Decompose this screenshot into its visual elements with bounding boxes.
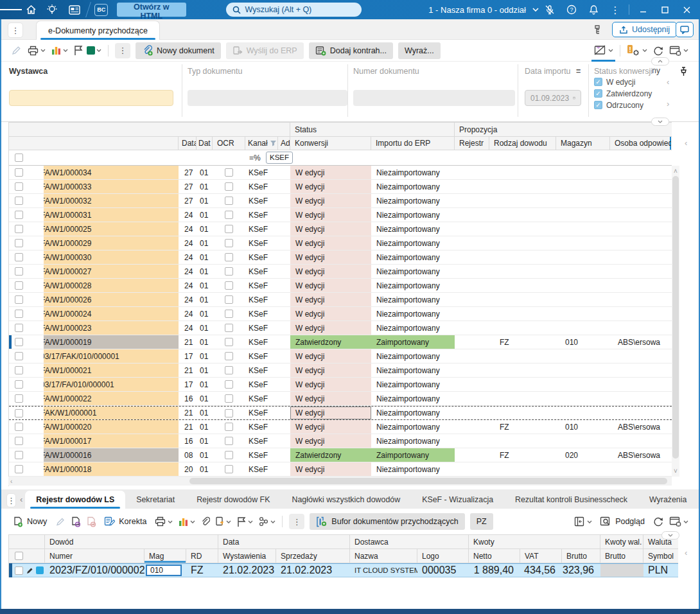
share-button[interactable]: Udostępnij [612,22,677,37]
filter-prev-icon[interactable]: ‹ [667,77,669,87]
new-document-button[interactable]: Nowy dokument [136,42,221,59]
col-brutto-wal[interactable]: Brutto [600,549,643,563]
table-row[interactable]: FA/W1/0000221601KSeFW edycjiNiezaimporto… [9,392,672,406]
table-row[interactable]: FA/W1/0000302401KSeFW edycjiNiezaimporto… [9,250,672,265]
row-checkbox[interactable] [15,182,23,191]
collapse-bottom-panel-button[interactable] [661,531,679,539]
col-brutto[interactable]: Brutto [562,549,600,563]
row-checkbox[interactable] [15,211,23,219]
flag-marker-button[interactable] [234,513,256,530]
table-row[interactable]: FA/W1/0000232401KSeFW edycjiNiezaimporto… [9,321,672,335]
row-checkbox[interactable] [15,295,23,304]
delete-record-icon[interactable] [83,513,99,530]
expressions-button[interactable]: Wyraż... [398,42,441,59]
collapse-filter-panel-button[interactable] [651,57,669,66]
relations-button[interactable] [256,513,278,530]
refresh-button[interactable] [650,513,667,530]
more-menu-icon[interactable]: ⋮ [604,0,626,19]
edit-record-icon[interactable] [52,513,68,530]
ocr-checkbox[interactable] [225,168,233,177]
filter-next-icon[interactable]: › [667,99,669,109]
maximize-button[interactable] [654,0,676,19]
search-input[interactable]: Wyszukaj (Alt + Q) [226,3,362,17]
row-checkbox[interactable] [15,197,23,205]
col-rodzaj[interactable]: Rodzaj dowodu [489,137,556,150]
expand-filter-panel-button[interactable] [651,118,669,126]
horizontal-scrollbar[interactable]: ‹ [8,477,672,486]
dock-panel-button[interactable] [572,513,595,530]
chart-button[interactable] [175,513,198,530]
table-row[interactable]: FA/W1/0000160801KSeFZatwierdzonyZaimport… [9,448,672,462]
table-row[interactable]: FA/W1/0000252401KSeFW edycjiNiezaimporto… [9,222,672,236]
ocr-checkbox[interactable] [225,465,233,473]
table-row[interactable]: FA/W1/0000171601KSeFW edycjiNiezaimporto… [9,434,672,448]
ocr-checkbox[interactable] [225,211,233,219]
print-button[interactable] [24,42,48,59]
table-row[interactable]: FA/W1/0000182001KSeFW edycjiNiezaimporto… [9,462,672,477]
ocr-checkbox[interactable] [225,451,233,459]
company-selector[interactable]: 1 - Nasza firma 0 - oddział [428,5,539,15]
status-filter-option[interactable]: ✓Zatwierdzony [594,88,663,99]
row-checkbox[interactable] [15,168,23,177]
kanal-filter-value[interactable]: KSEF [266,152,293,164]
edit-document-icon[interactable] [8,42,24,59]
table-row[interactable]: 03/17/FAK/010/0000011701KSeFW edycjiNiez… [9,349,672,364]
feedback-comment-button[interactable] [676,22,694,37]
row-checkbox[interactable] [15,451,23,459]
row-checkbox[interactable] [15,437,23,445]
select-all-checkbox[interactable] [15,552,23,560]
kanal-filter-operator[interactable]: =% [249,154,261,162]
bc-module-chip[interactable]: BC [94,4,108,16]
ocr-checkbox[interactable] [225,253,233,261]
col-adr[interactable]: Adr [278,137,290,150]
row-checkbox[interactable] [15,310,23,318]
notifications-bell-icon[interactable] [582,0,604,19]
table-row[interactable]: FA/W1/0000332701KSeFW edycjiNiezaimporto… [9,180,672,194]
col-mag[interactable]: Mag [144,549,186,563]
row-checkbox[interactable] [15,338,23,346]
flag-marker-button[interactable] [71,42,104,59]
status-filter-option[interactable]: ✓W edycji [594,76,663,87]
status-checkbox[interactable]: ✓ [594,78,602,86]
row-checkbox[interactable] [15,239,23,247]
cell-mag[interactable]: 010 [144,564,186,577]
col-symbol[interactable]: Symbol [643,549,678,563]
document-actions-button[interactable] [213,513,234,530]
col-konwersji[interactable]: Konwersji [290,137,371,150]
filter-funnel-icon[interactable] [270,140,277,146]
incoming-buffer-button[interactable]: Bufor dokumentów przychodzących [310,513,464,530]
new-record-button[interactable]: Nowy [10,513,49,530]
table-row[interactable]: FA/W1/0000272401KSeFW edycjiNiezaimporto… [9,265,672,279]
col-ocr[interactable]: OCR [213,137,245,150]
col-sprzedazy[interactable]: Sprzedaży [276,549,350,563]
add-contractor-button[interactable]: Dodaj kontrah... [309,42,393,59]
filter-wystawca-input[interactable] [9,90,173,106]
col-wystawienia[interactable]: Wystawienia [218,549,276,563]
table-row[interactable]: FA/W1/0000242401KSeFW edycjiNiezaimporto… [9,307,672,321]
row-checkbox[interactable] [15,409,23,417]
filter-typ-input[interactable] [188,90,347,106]
filter-numer-input[interactable] [353,90,515,106]
filter-data-operator[interactable]: = [576,67,581,76]
print-button[interactable] [152,513,175,530]
send-to-erp-button[interactable]: Wyślij do ERP [226,42,304,59]
ocr-checkbox[interactable] [225,182,233,191]
ocr-checkbox[interactable] [225,197,233,205]
col-rejestr[interactable]: Rejestr [455,137,489,150]
bottom-tab-6[interactable]: Rezultat kontroli Businesscheck [504,491,638,509]
bottom-tab-7[interactable]: Wyrażenia [638,491,697,509]
col-kanal[interactable]: Kanał [245,137,278,150]
col-numer[interactable]: Numer [45,549,144,563]
row-checkbox[interactable] [15,352,23,360]
chart-button[interactable] [48,42,71,59]
ocr-checkbox[interactable] [225,437,233,445]
row-checkbox[interactable] [15,394,23,403]
ocr-checkbox[interactable] [225,267,233,276]
table-row[interactable]: FA/W1/0000202101KSeFW edycjiNiezaimporto… [9,420,672,434]
row-checkbox[interactable] [15,465,23,473]
open-in-html-button[interactable]: Otwórz w HTML [117,3,186,17]
preview-button[interactable]: Podgląd [597,513,647,530]
status-checkbox[interactable]: ✓ [594,101,602,109]
tab-menu-icon[interactable]: ⋮ [8,22,23,38]
row-checkbox[interactable] [15,281,23,290]
